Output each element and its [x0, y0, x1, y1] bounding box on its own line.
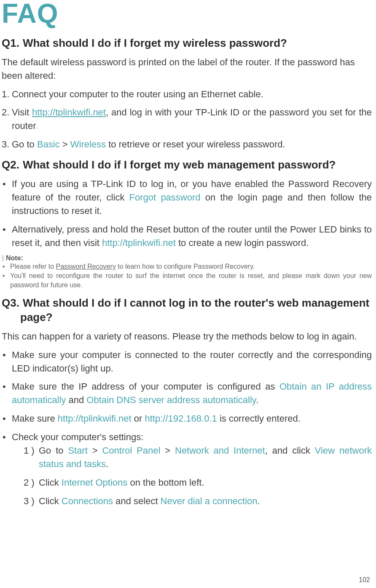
q2-bullets: If you are using a TP-Link ID to log in,… — [2, 177, 372, 249]
router-ip-text: http://192.168.0.1 — [145, 413, 217, 424]
q3-substeps: 1 ) Go to Start > Control Panel > Networ… — [24, 444, 372, 508]
q3-number: Q3. — [2, 297, 19, 309]
page-title: FAQ — [2, 0, 372, 27]
substep-marker-1: 1 ) — [24, 444, 35, 457]
q3-b3-or: or — [132, 413, 145, 424]
start-label: Start — [68, 445, 87, 456]
substep-marker-2: 2 ) — [24, 476, 35, 489]
q3-substep-1: 1 ) Go to Start > Control Panel > Networ… — [24, 444, 372, 471]
note-label: Note: — [2, 254, 372, 262]
obtain-dns-label: Obtain DNS server address automatically — [86, 395, 256, 405]
sub1-b: , and click — [265, 445, 315, 456]
q1-steps: Connect your computer to the router usin… — [2, 88, 372, 152]
q3-b3-b: is correctly entered. — [217, 413, 301, 424]
q3-bullet-2: Make sure the IP address of your compute… — [2, 380, 372, 407]
q3-heading: Q3.What should I do if I cannot log in t… — [2, 296, 372, 325]
q3-bullets: Make sure your computer is connected to … — [2, 348, 372, 508]
network-internet-label: Network and Internet — [175, 445, 265, 456]
q2-notes: Please refer to Password Recovery to lea… — [2, 262, 372, 289]
password-recovery-link[interactable]: Password Recovery — [56, 263, 116, 270]
connections-label: Connections — [62, 496, 113, 506]
period: . — [256, 395, 258, 405]
q3-bullet-3: Make sure http://tplinkwifi.net or http:… — [2, 412, 372, 425]
q3-heading-line1: What should I do if I cannot log in to t… — [23, 297, 369, 309]
q1-intro: The default wireless password is printed… — [2, 56, 372, 83]
q2-note-1: Please refer to Password Recovery to lea… — [2, 262, 372, 271]
sep: > — [60, 139, 70, 150]
q3-substep-3: 3 ) Click Connections and select Never d… — [24, 494, 372, 508]
sub3-a: Click — [39, 496, 62, 506]
q2-bullet-2: Alternatively, press and hold the Reset … — [2, 223, 372, 250]
q1-step-3-a: Go to — [12, 139, 37, 150]
sep: > — [160, 445, 175, 456]
q1-heading: Q1.What should I do if I forget my wirel… — [2, 36, 372, 51]
q2-b2-b: to create a new login password. — [176, 238, 309, 248]
q2-bullet-1: If you are using a TP-Link ID to log in,… — [2, 177, 372, 218]
period: . — [106, 459, 108, 469]
tplinkwifi-text-2: http://tplinkwifi.net — [58, 413, 132, 424]
q3-b4-text: Check your computer's settings: — [12, 432, 143, 442]
q3-b3-a: Make sure — [12, 413, 58, 424]
substep-marker-3: 3 ) — [24, 494, 35, 508]
q3-bullet-1: Make sure your computer is connected to … — [2, 348, 372, 375]
q2-note-2: You'll need to reconfigure the router to… — [2, 271, 372, 289]
page-number: 102 — [359, 576, 370, 584]
sub2-b: on the bottom left. — [127, 477, 204, 488]
period: . — [36, 123, 38, 130]
q2-heading: Q2.What should I do if I forget my web m… — [2, 158, 372, 172]
q2-note-1-b: to learn how to configure Password Recov… — [116, 263, 255, 270]
sub1-a: Go to — [39, 445, 68, 456]
q3-b2-and: and — [66, 395, 86, 405]
q3-substep-2: 2 ) Click Internet Options on the bottom… — [24, 476, 372, 489]
tplinkwifi-link[interactable]: http://tplinkwifi.net — [32, 107, 106, 118]
q1-step-1: Connect your computer to the router usin… — [2, 88, 372, 101]
q1-number: Q1. — [2, 37, 19, 49]
q3-b2-a: Make sure the IP address of your compute… — [12, 381, 279, 392]
period: . — [258, 496, 260, 506]
never-dial-label: Never dial a connection — [161, 496, 258, 506]
q1-step-3-b: to retrieve or reset your wireless passw… — [106, 139, 285, 150]
q2-note-1-a: Please refer to — [10, 263, 56, 270]
q1-step-1-text: Connect your computer to the router usin… — [12, 89, 263, 99]
control-panel-label: Control Panel — [102, 445, 160, 456]
forgot-password-label: Forgot password — [129, 192, 201, 203]
internet-options-label: Internet Options — [62, 477, 128, 488]
q3-bullet-4: Check your computer's settings: 1 ) Go t… — [2, 430, 372, 508]
q1-step-2-a: Visit — [12, 107, 32, 118]
tplinkwifi-text: http://tplinkwifi.net — [102, 238, 176, 248]
q1-heading-text: What should I do if I forget my wireless… — [23, 37, 287, 49]
q1-step-2: Visit http://tplinkwifi.net, and log in … — [2, 106, 372, 133]
basic-label: Basic — [37, 139, 60, 150]
q2-heading-text: What should I do if I forget my web mana… — [23, 158, 336, 171]
q2-number: Q2. — [2, 158, 19, 171]
sub3-b: and select — [113, 496, 161, 506]
sub2-a: Click — [39, 477, 62, 488]
wireless-label: Wireless — [70, 139, 106, 150]
sep: > — [88, 445, 102, 456]
q1-step-3: Go to Basic > Wireless to retrieve or re… — [2, 138, 372, 151]
q3-heading-line2: page? — [20, 310, 372, 325]
q3-intro: This can happen for a variety of reasons… — [2, 330, 372, 343]
